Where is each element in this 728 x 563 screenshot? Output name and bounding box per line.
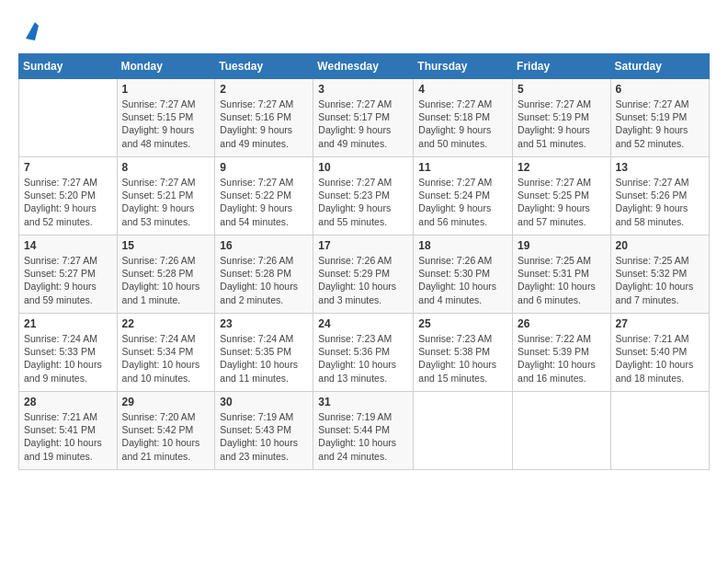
day-number: 25 bbox=[418, 317, 507, 330]
day-number: 21 bbox=[24, 317, 112, 330]
day-number: 18 bbox=[418, 239, 507, 252]
day-info: Sunrise: 7:23 AM Sunset: 5:38 PM Dayligh… bbox=[418, 332, 507, 385]
day-header-tuesday: Tuesday bbox=[215, 54, 313, 79]
calendar-cell: 11Sunrise: 7:27 AM Sunset: 5:24 PM Dayli… bbox=[414, 157, 513, 236]
calendar-week-0: 1Sunrise: 7:27 AM Sunset: 5:15 PM Daylig… bbox=[19, 79, 710, 157]
day-number: 1 bbox=[122, 83, 210, 96]
logo-icon bbox=[22, 18, 48, 44]
day-info: Sunrise: 7:27 AM Sunset: 5:25 PM Dayligh… bbox=[518, 176, 606, 228]
calendar-cell: 5Sunrise: 7:27 AM Sunset: 5:19 PM Daylig… bbox=[513, 79, 611, 157]
day-number: 30 bbox=[220, 396, 308, 408]
day-number: 2 bbox=[220, 83, 308, 96]
day-info: Sunrise: 7:27 AM Sunset: 5:18 PM Dayligh… bbox=[418, 98, 507, 150]
day-info: Sunrise: 7:27 AM Sunset: 5:19 PM Dayligh… bbox=[518, 98, 606, 150]
calendar-cell: 28Sunrise: 7:21 AM Sunset: 5:41 PM Dayli… bbox=[19, 392, 118, 470]
calendar-cell: 4Sunrise: 7:27 AM Sunset: 5:18 PM Daylig… bbox=[414, 79, 513, 157]
day-info: Sunrise: 7:27 AM Sunset: 5:22 PM Dayligh… bbox=[220, 176, 308, 228]
calendar-header: SundayMondayTuesdayWednesdayThursdayFrid… bbox=[19, 54, 710, 79]
calendar-cell: 14Sunrise: 7:27 AM Sunset: 5:27 PM Dayli… bbox=[19, 236, 118, 314]
calendar-cell: 6Sunrise: 7:27 AM Sunset: 5:19 PM Daylig… bbox=[610, 79, 709, 157]
calendar-body: 1Sunrise: 7:27 AM Sunset: 5:15 PM Daylig… bbox=[19, 79, 710, 470]
day-info: Sunrise: 7:27 AM Sunset: 5:17 PM Dayligh… bbox=[318, 98, 408, 150]
day-info: Sunrise: 7:26 AM Sunset: 5:28 PM Dayligh… bbox=[122, 254, 210, 306]
day-number: 3 bbox=[318, 83, 408, 96]
day-number: 20 bbox=[616, 239, 704, 252]
day-number: 9 bbox=[220, 161, 308, 174]
day-info: Sunrise: 7:22 AM Sunset: 5:39 PM Dayligh… bbox=[518, 332, 606, 385]
day-info: Sunrise: 7:24 AM Sunset: 5:35 PM Dayligh… bbox=[220, 332, 308, 385]
calendar-week-3: 21Sunrise: 7:24 AM Sunset: 5:33 PM Dayli… bbox=[19, 314, 710, 392]
calendar-cell: 17Sunrise: 7:26 AM Sunset: 5:29 PM Dayli… bbox=[313, 236, 414, 314]
day-number: 16 bbox=[220, 239, 308, 252]
day-number: 14 bbox=[24, 239, 112, 252]
calendar-cell: 16Sunrise: 7:26 AM Sunset: 5:28 PM Dayli… bbox=[215, 236, 313, 314]
day-info: Sunrise: 7:26 AM Sunset: 5:28 PM Dayligh… bbox=[220, 254, 308, 306]
header bbox=[18, 17, 710, 44]
calendar-week-1: 7Sunrise: 7:27 AM Sunset: 5:20 PM Daylig… bbox=[19, 157, 710, 236]
svg-marker-0 bbox=[26, 22, 44, 40]
calendar-cell: 13Sunrise: 7:27 AM Sunset: 5:26 PM Dayli… bbox=[610, 157, 709, 236]
day-number: 7 bbox=[24, 161, 112, 174]
day-number: 13 bbox=[616, 161, 704, 174]
calendar: SundayMondayTuesdayWednesdayThursdayFrid… bbox=[18, 53, 710, 470]
day-number: 28 bbox=[24, 396, 112, 408]
day-number: 6 bbox=[616, 83, 704, 96]
day-number: 12 bbox=[518, 161, 606, 174]
calendar-cell: 27Sunrise: 7:21 AM Sunset: 5:40 PM Dayli… bbox=[610, 314, 709, 392]
day-number: 19 bbox=[518, 239, 606, 252]
day-header-wednesday: Wednesday bbox=[313, 54, 414, 79]
day-info: Sunrise: 7:27 AM Sunset: 5:26 PM Dayligh… bbox=[616, 176, 704, 228]
calendar-week-4: 28Sunrise: 7:21 AM Sunset: 5:41 PM Dayli… bbox=[19, 392, 710, 470]
day-number: 24 bbox=[318, 317, 408, 330]
calendar-cell: 25Sunrise: 7:23 AM Sunset: 5:38 PM Dayli… bbox=[414, 314, 513, 392]
calendar-cell: 9Sunrise: 7:27 AM Sunset: 5:22 PM Daylig… bbox=[215, 157, 313, 236]
day-number: 27 bbox=[616, 317, 704, 330]
day-number: 26 bbox=[518, 317, 606, 330]
day-info: Sunrise: 7:20 AM Sunset: 5:42 PM Dayligh… bbox=[122, 410, 210, 463]
calendar-cell: 30Sunrise: 7:19 AM Sunset: 5:43 PM Dayli… bbox=[215, 392, 313, 470]
calendar-cell bbox=[414, 392, 513, 470]
day-number: 23 bbox=[220, 317, 308, 330]
day-number: 31 bbox=[318, 396, 408, 408]
calendar-cell: 24Sunrise: 7:23 AM Sunset: 5:36 PM Dayli… bbox=[313, 314, 414, 392]
day-info: Sunrise: 7:23 AM Sunset: 5:36 PM Dayligh… bbox=[318, 332, 408, 385]
day-number: 10 bbox=[318, 161, 408, 174]
calendar-cell: 2Sunrise: 7:27 AM Sunset: 5:16 PM Daylig… bbox=[215, 79, 313, 157]
calendar-cell: 21Sunrise: 7:24 AM Sunset: 5:33 PM Dayli… bbox=[19, 314, 118, 392]
day-info: Sunrise: 7:27 AM Sunset: 5:20 PM Dayligh… bbox=[24, 176, 112, 228]
day-number: 8 bbox=[122, 161, 210, 174]
calendar-cell bbox=[19, 79, 118, 157]
calendar-cell: 18Sunrise: 7:26 AM Sunset: 5:30 PM Dayli… bbox=[414, 236, 513, 314]
day-info: Sunrise: 7:27 AM Sunset: 5:24 PM Dayligh… bbox=[418, 176, 507, 228]
calendar-cell: 1Sunrise: 7:27 AM Sunset: 5:15 PM Daylig… bbox=[117, 79, 215, 157]
calendar-cell: 8Sunrise: 7:27 AM Sunset: 5:21 PM Daylig… bbox=[117, 157, 215, 236]
day-info: Sunrise: 7:27 AM Sunset: 5:19 PM Dayligh… bbox=[616, 98, 704, 150]
day-number: 17 bbox=[318, 239, 408, 252]
day-number: 5 bbox=[518, 83, 606, 96]
day-info: Sunrise: 7:27 AM Sunset: 5:15 PM Dayligh… bbox=[122, 98, 210, 150]
calendar-cell: 29Sunrise: 7:20 AM Sunset: 5:42 PM Dayli… bbox=[117, 392, 215, 470]
day-info: Sunrise: 7:19 AM Sunset: 5:43 PM Dayligh… bbox=[220, 410, 308, 463]
calendar-cell: 10Sunrise: 7:27 AM Sunset: 5:23 PM Dayli… bbox=[313, 157, 414, 236]
day-info: Sunrise: 7:21 AM Sunset: 5:41 PM Dayligh… bbox=[24, 410, 112, 463]
day-info: Sunrise: 7:25 AM Sunset: 5:32 PM Dayligh… bbox=[616, 254, 704, 306]
day-info: Sunrise: 7:27 AM Sunset: 5:27 PM Dayligh… bbox=[24, 254, 112, 306]
logo bbox=[18, 17, 48, 44]
calendar-cell: 20Sunrise: 7:25 AM Sunset: 5:32 PM Dayli… bbox=[610, 236, 709, 314]
header-row: SundayMondayTuesdayWednesdayThursdayFrid… bbox=[19, 54, 710, 79]
day-number: 11 bbox=[418, 161, 507, 174]
day-info: Sunrise: 7:21 AM Sunset: 5:40 PM Dayligh… bbox=[616, 332, 704, 385]
day-number: 22 bbox=[122, 317, 210, 330]
day-header-saturday: Saturday bbox=[610, 54, 709, 79]
calendar-cell bbox=[610, 392, 709, 470]
day-info: Sunrise: 7:24 AM Sunset: 5:33 PM Dayligh… bbox=[24, 332, 112, 385]
day-header-sunday: Sunday bbox=[19, 54, 118, 79]
calendar-cell: 15Sunrise: 7:26 AM Sunset: 5:28 PM Dayli… bbox=[117, 236, 215, 314]
calendar-cell: 12Sunrise: 7:27 AM Sunset: 5:25 PM Dayli… bbox=[513, 157, 611, 236]
day-number: 29 bbox=[122, 396, 210, 408]
day-info: Sunrise: 7:26 AM Sunset: 5:30 PM Dayligh… bbox=[418, 254, 507, 306]
calendar-cell: 3Sunrise: 7:27 AM Sunset: 5:17 PM Daylig… bbox=[313, 79, 414, 157]
day-number: 4 bbox=[418, 83, 507, 96]
day-info: Sunrise: 7:27 AM Sunset: 5:16 PM Dayligh… bbox=[220, 98, 308, 150]
calendar-week-2: 14Sunrise: 7:27 AM Sunset: 5:27 PM Dayli… bbox=[19, 236, 710, 314]
